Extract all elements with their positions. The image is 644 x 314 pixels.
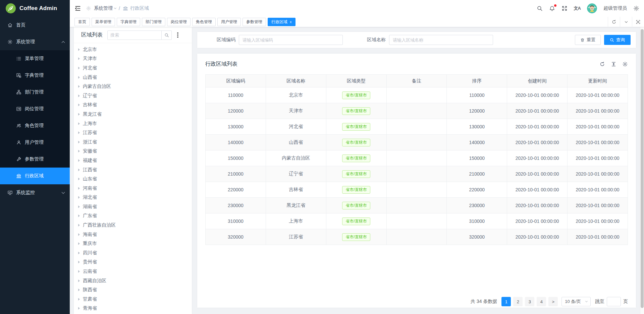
tree-search-input[interactable] (108, 31, 161, 40)
tree-item-河南省[interactable]: 河南省 (74, 184, 192, 193)
tree-item-贵州省[interactable]: 贵州省 (74, 258, 192, 267)
row-density-icon[interactable] (611, 61, 616, 67)
menu-fold-icon[interactable] (74, 5, 81, 12)
table-row[interactable]: 150000内蒙古自治区省市/直辖市1500002020-10-01 00:00… (206, 150, 628, 166)
tree-item-上海市[interactable]: 上海市 (74, 119, 192, 128)
jump-page-input[interactable] (607, 297, 621, 306)
tree-item-湖南省[interactable]: 湖南省 (74, 202, 192, 211)
tree-item-广东省[interactable]: 广东省 (74, 211, 192, 221)
table-row[interactable]: 140000山西省省市/直辖市1400002020-10-01 00:00:00… (206, 135, 628, 150)
caret-right-icon[interactable] (78, 298, 80, 301)
tree-item-海南省[interactable]: 海南省 (74, 230, 192, 239)
breadcrumb-section[interactable]: 系统管理 (94, 5, 116, 11)
tab-菜单管理[interactable]: 菜单管理 (92, 18, 115, 26)
tab-部门管理[interactable]: 部门管理 (142, 18, 165, 26)
caret-right-icon[interactable] (78, 141, 80, 143)
caret-right-icon[interactable] (78, 270, 80, 273)
tree-item-云南省[interactable]: 云南省 (74, 267, 192, 276)
table-row[interactable]: 130000河北省省市/直辖市1300002020-10-01 00:00:00… (206, 119, 628, 135)
table-row[interactable]: 320000江苏省省市/直辖市3200002020-10-01 00:00:00… (206, 229, 628, 245)
tree-item-西藏自治区[interactable]: 西藏自治区 (74, 276, 192, 286)
tree-item-吉林省[interactable]: 吉林省 (74, 101, 192, 110)
table-row[interactable]: 230000黑龙江省省市/直辖市2300002020-10-01 00:00:0… (206, 198, 628, 213)
table-row[interactable]: 210000辽宁省省市/直辖市2100002020-10-01 00:00:00… (206, 166, 628, 182)
sidebar-item-参数管理[interactable]: 参数管理 (0, 151, 70, 168)
tree-item-福建省[interactable]: 福建省 (74, 156, 192, 165)
avatar[interactable] (587, 3, 597, 13)
tab-行政区域[interactable]: 行政区域x (268, 18, 296, 26)
tree-item-青海省[interactable]: 青海省 (74, 304, 192, 313)
tree-item-广西壮族自治区[interactable]: 广西壮族自治区 (74, 221, 192, 230)
username[interactable]: 超级管理员 (603, 5, 627, 11)
tab-字典管理[interactable]: 字典管理 (117, 18, 140, 26)
sidebar-item-首页[interactable]: 首页 (0, 17, 70, 34)
tree-item-四川省[interactable]: 四川省 (74, 248, 192, 258)
gear-icon[interactable] (633, 5, 639, 11)
caret-right-icon[interactable] (78, 48, 80, 51)
tree-item-陕西省[interactable]: 陕西省 (74, 285, 192, 295)
table-row[interactable]: 110000北京市省市/直辖市1100002020-10-01 00:00:00… (206, 87, 628, 103)
page-button-1[interactable]: 1 (501, 297, 511, 306)
tree-item-江西省[interactable]: 江西省 (74, 165, 192, 175)
table-row[interactable]: 220000吉林省省市/直辖市2200002020-10-01 00:00:00… (206, 182, 628, 198)
page-button-4[interactable]: 4 (537, 297, 546, 306)
region-code-input[interactable] (239, 35, 343, 45)
fullscreen-icon[interactable] (561, 5, 568, 11)
tree-item-湖北省[interactable]: 湖北省 (74, 193, 192, 202)
gear-icon[interactable] (622, 61, 628, 67)
caret-right-icon[interactable] (78, 131, 80, 134)
search-button[interactable]: 查询 (604, 35, 631, 45)
sidebar-item-岗位管理[interactable]: 岗位管理 (0, 101, 70, 117)
caret-right-icon[interactable] (78, 307, 80, 310)
caret-right-icon[interactable] (78, 289, 80, 291)
tree-item-辽宁省[interactable]: 辽宁省 (74, 91, 192, 101)
caret-right-icon[interactable] (78, 252, 80, 254)
caret-right-icon[interactable] (78, 169, 80, 171)
page-button-2[interactable]: 2 (513, 297, 523, 306)
caret-right-icon[interactable] (78, 85, 80, 88)
caret-right-icon[interactable] (78, 233, 80, 236)
table-row[interactable]: 310000上海市省市/直辖市3100002020-10-01 00:00:00… (206, 213, 628, 229)
bell-icon[interactable] (549, 5, 555, 11)
caret-right-icon[interactable] (78, 150, 80, 152)
caret-right-icon[interactable] (78, 122, 80, 125)
table-row[interactable]: 120000天津市省市/直辖市1200002020-10-01 00:00:00… (206, 103, 628, 119)
refresh-icon[interactable] (608, 17, 620, 27)
tree-item-黑龙江省[interactable]: 黑龙江省 (74, 110, 192, 119)
tab-首页[interactable]: 首页 (74, 18, 90, 26)
tree-item-甘肃省[interactable]: 甘肃省 (74, 295, 192, 304)
caret-right-icon[interactable] (78, 67, 80, 69)
translate-icon[interactable]: 文A (574, 5, 581, 11)
sidebar-item-部门管理[interactable]: 部门管理 (0, 84, 70, 101)
caret-right-icon[interactable] (78, 113, 80, 116)
caret-right-icon[interactable] (78, 104, 80, 106)
chevron-down-icon[interactable] (620, 17, 632, 27)
search-icon[interactable] (537, 5, 543, 11)
caret-right-icon[interactable] (78, 95, 80, 97)
scrollbar-thumb[interactable] (641, 29, 644, 308)
more-options-icon[interactable] (176, 31, 180, 39)
tab-用户管理[interactable]: 用户管理 (217, 18, 241, 26)
tree-item-天津市[interactable]: 天津市 (74, 54, 192, 64)
caret-right-icon[interactable] (78, 224, 80, 227)
caret-right-icon[interactable] (78, 187, 80, 190)
sidebar-item-角色管理[interactable]: 角色管理 (0, 117, 70, 134)
sidebar-item-行政区域[interactable]: 行政区域 (0, 168, 70, 184)
sidebar-item-系统监控[interactable]: 系统监控 (0, 184, 70, 201)
tree-item-河北省[interactable]: 河北省 (74, 63, 192, 73)
tree-search-button[interactable] (161, 31, 171, 40)
tree-item-重庆市[interactable]: 重庆市 (74, 239, 192, 248)
vertical-scrollbar[interactable] (640, 27, 644, 314)
caret-right-icon[interactable] (78, 279, 80, 282)
tree-item-江苏省[interactable]: 江苏省 (74, 128, 192, 137)
tree-item-内蒙古自治区[interactable]: 内蒙古自治区 (74, 82, 192, 91)
tree-item-北京市[interactable]: 北京市 (74, 45, 192, 54)
caret-right-icon[interactable] (78, 214, 80, 217)
caret-right-icon[interactable] (78, 159, 80, 162)
app-logo[interactable]: Coffee Admin (0, 0, 70, 17)
sidebar-item-用户管理[interactable]: 用户管理 (0, 134, 70, 151)
caret-right-icon[interactable] (78, 57, 80, 60)
caret-right-icon[interactable] (78, 261, 80, 263)
caret-right-icon[interactable] (78, 242, 80, 245)
maximize-icon[interactable] (632, 17, 644, 27)
